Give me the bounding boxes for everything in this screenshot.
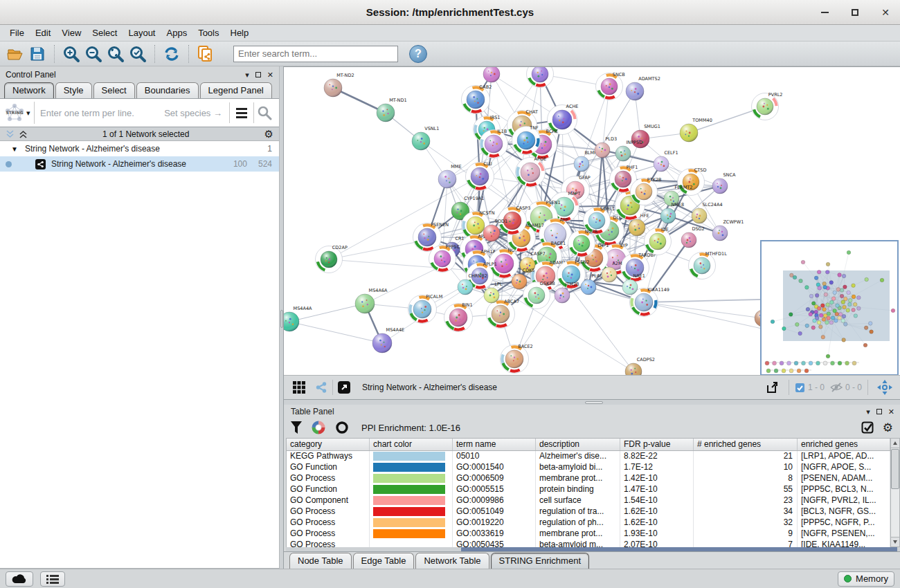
- network-node[interactable]: BACE2: [501, 344, 533, 374]
- export-view-button[interactable]: [761, 377, 783, 398]
- network-node[interactable]: SNCA: [712, 172, 736, 194]
- network-node[interactable]: TOMM40: [680, 118, 712, 142]
- close-panel-icon[interactable]: ✕: [267, 71, 273, 79]
- tab-network[interactable]: Network: [4, 82, 54, 98]
- menu-item-select[interactable]: Select: [87, 26, 123, 39]
- string-protein-query-button[interactable]: STRING ▾: [4, 102, 35, 124]
- table-row[interactable]: GO ProcessGO:0019220regulation of ph...1…: [287, 517, 890, 529]
- menu-item-layout[interactable]: Layout: [123, 26, 161, 39]
- scroll-up-button[interactable]: [891, 439, 899, 448]
- expand-all-icon[interactable]: [19, 130, 28, 138]
- save-session-button[interactable]: [26, 44, 48, 64]
- scroll-down-button[interactable]: [891, 537, 899, 546]
- menu-item-tools[interactable]: Tools: [192, 26, 224, 39]
- network-node[interactable]: DSG2: [681, 226, 705, 248]
- table-row[interactable]: GO ProcessGO:0006509membrane prot...1.42…: [287, 473, 890, 484]
- network-node[interactable]: IDE: [645, 227, 672, 255]
- maximize-button[interactable]: [847, 5, 863, 20]
- memory-button[interactable]: Memory: [838, 571, 894, 587]
- birdseye-toggle-button[interactable]: [310, 377, 332, 398]
- network-node[interactable]: BIN1: [444, 302, 473, 332]
- network-node[interactable]: CADPS2: [625, 357, 655, 375]
- table-row[interactable]: GO ProcessGO:0050435beta-amyloid m...2.0…: [287, 540, 890, 547]
- table-settings-gear-icon[interactable]: ⚙: [883, 421, 893, 435]
- search-input[interactable]: [233, 46, 398, 62]
- menu-item-view[interactable]: View: [56, 26, 87, 39]
- import-network-button[interactable]: [195, 44, 217, 64]
- network-node[interactable]: PPP5C: [429, 244, 460, 273]
- open-session-button[interactable]: [4, 44, 26, 64]
- network-node[interactable]: MS4A4A: [284, 306, 312, 331]
- network-node[interactable]: CD2AP: [316, 245, 348, 273]
- network-node[interactable]: ZCWPW1: [712, 219, 744, 241]
- column-header-description[interactable]: description: [536, 439, 620, 450]
- table-row[interactable]: KEGG Pathways05010Alzheimer's dise...8.8…: [287, 451, 890, 462]
- network-node[interactable]: CLU: [466, 161, 494, 191]
- table-row[interactable]: GO ProcessGO:0033619membrane prot...1.93…: [287, 529, 890, 540]
- network-canvas[interactable]: MT-ND2MT-ND1VSNL1GAB2IRS1CHATACHEBCHETNF…: [284, 66, 900, 375]
- column-header-category[interactable]: category: [287, 439, 370, 450]
- table-row[interactable]: GO FunctionGO:0001540beta-amyloid bi...1…: [287, 462, 890, 473]
- pan-compass-button[interactable]: [874, 377, 896, 398]
- network-collection-row[interactable]: ▼ String Network - Alzheimer's disease 1: [0, 141, 279, 156]
- zoom-selected-button[interactable]: [127, 44, 149, 64]
- minimize-button[interactable]: [817, 5, 832, 20]
- task-history-button[interactable]: [40, 571, 65, 587]
- horizontal-splitter[interactable]: [284, 399, 900, 405]
- network-node[interactable]: ADAMTS2: [626, 76, 660, 100]
- table-tab-string-enrichment[interactable]: STRING Enrichment: [491, 553, 589, 569]
- select-terms-checkbox-icon[interactable]: [861, 421, 874, 434]
- splitter-grip[interactable]: [585, 401, 603, 404]
- network-node[interactable]: PICALM: [408, 294, 443, 324]
- collapse-all-icon[interactable]: [6, 130, 15, 138]
- close-panel-icon[interactable]: ✕: [888, 408, 894, 416]
- network-node[interactable]: CD33: [527, 67, 556, 88]
- table-row[interactable]: GO FunctionGO:0005515protein binding1.47…: [287, 484, 890, 495]
- tree-expanded-icon[interactable]: ▼: [11, 145, 18, 153]
- menu-item-file[interactable]: File: [4, 26, 30, 39]
- column-header-chart-color[interactable]: chart color: [370, 439, 453, 450]
- tab-legend-panel[interactable]: Legend Panel: [200, 82, 272, 98]
- string-query-input[interactable]: Enter one term per line. Set species →: [35, 108, 229, 118]
- network-node[interactable]: PLD3: [595, 136, 617, 158]
- column-header-fdr-p-value[interactable]: FDR p-value: [620, 439, 694, 450]
- panel-menu-icon[interactable]: ▾: [245, 71, 249, 79]
- float-panel-icon[interactable]: [876, 409, 882, 414]
- network-node[interactable]: PVRL2: [752, 92, 783, 120]
- refresh-button[interactable]: [161, 44, 183, 64]
- network-node[interactable]: MS4A6A: [355, 288, 388, 313]
- network-node[interactable]: TREM2: [483, 67, 510, 82]
- network-node[interactable]: MME: [438, 164, 462, 188]
- table-tab-node-table[interactable]: Node Table: [289, 553, 352, 569]
- divider-grip[interactable]: [280, 310, 283, 328]
- network-node[interactable]: GAB2: [462, 84, 492, 114]
- menu-item-help[interactable]: Help: [225, 26, 255, 39]
- detach-view-button[interactable]: [333, 377, 355, 398]
- close-button[interactable]: ✕: [878, 5, 893, 20]
- scrollbar-thumb[interactable]: [891, 449, 899, 489]
- table-row[interactable]: GO ComponentGO:0009986cell surface1.54E-…: [287, 495, 890, 506]
- zoom-fit-button[interactable]: [105, 44, 127, 64]
- string-options-button[interactable]: [230, 108, 253, 118]
- zoom-in-button[interactable]: [60, 44, 82, 64]
- network-node[interactable]: SNCB: [596, 72, 625, 100]
- remove-charts-icon[interactable]: [335, 421, 349, 434]
- string-search-button[interactable]: [254, 105, 275, 120]
- birds-eye-view[interactable]: [760, 240, 899, 375]
- zoom-out-button[interactable]: [82, 44, 105, 64]
- network-node[interactable]: MT-ND1: [377, 98, 407, 122]
- grid-view-button[interactable]: [288, 377, 310, 398]
- panel-menu-icon[interactable]: ▾: [866, 408, 870, 416]
- column-header-enriched-genes[interactable]: enriched genes: [798, 439, 890, 450]
- tab-boundaries[interactable]: Boundaries: [136, 82, 199, 98]
- column-header-term-name[interactable]: term name: [453, 439, 536, 450]
- tab-style[interactable]: Style: [55, 82, 92, 98]
- table-vertical-scrollbar[interactable]: [890, 438, 900, 547]
- species-hint[interactable]: Set species →: [164, 108, 229, 118]
- network-node[interactable]: MT-ND2: [324, 73, 354, 97]
- menu-item-edit[interactable]: Edit: [30, 26, 56, 39]
- menu-item-apps[interactable]: Apps: [161, 26, 193, 39]
- network-node[interactable]: ABCA7: [487, 299, 520, 329]
- float-panel-icon[interactable]: [255, 72, 261, 77]
- network-node[interactable]: GSK3B: [523, 281, 555, 309]
